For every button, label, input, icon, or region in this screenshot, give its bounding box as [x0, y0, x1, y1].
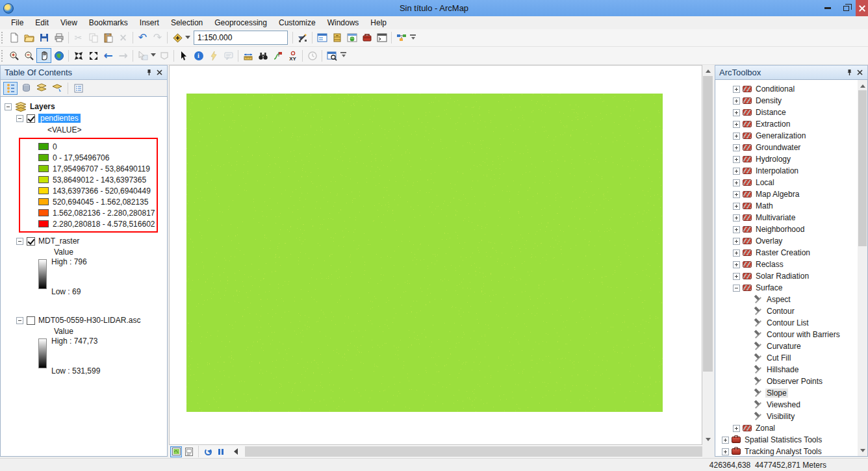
delete-button[interactable]: × [116, 31, 131, 45]
expander-icon[interactable] [733, 133, 740, 140]
layer-row-lidar[interactable]: MDT05-0559-H30-LIDAR.asc [1, 314, 167, 326]
scale-input[interactable] [194, 33, 298, 42]
search-button[interactable] [344, 31, 359, 45]
zoom-in-tool[interactable] [6, 48, 21, 63]
toc-pin-button[interactable] [144, 68, 154, 78]
fixed-zoom-in-button[interactable] [71, 48, 86, 63]
legend-color-swatch[interactable] [38, 198, 49, 205]
toolbox-tree-row[interactable]: Cut Fill [715, 352, 867, 364]
expander-icon[interactable] [733, 261, 740, 268]
toolbox-node-label[interactable]: Density [754, 96, 783, 105]
toolbox-node-label[interactable]: Math [754, 201, 774, 210]
layer-visibility-checkbox[interactable] [27, 237, 35, 246]
toolbox-node-label[interactable]: Observer Points [765, 377, 824, 386]
toolbox-tree-row[interactable]: Groundwater [715, 142, 867, 153]
pan-tool[interactable] [36, 48, 51, 63]
toolbox-node-label[interactable]: Interpolation [754, 166, 800, 175]
list-by-drawing-order-button[interactable] [3, 82, 18, 95]
toolbox-node-label[interactable]: Conditional [754, 84, 796, 94]
legend-color-swatch[interactable] [38, 154, 49, 161]
expander-icon[interactable] [733, 156, 740, 163]
expander-icon[interactable] [722, 437, 729, 444]
python-window-button[interactable] [374, 31, 389, 45]
layer-visibility-checkbox[interactable] [27, 316, 35, 325]
toolbox-node-label[interactable]: Raster Creation [754, 248, 811, 257]
toolbox-node-label[interactable]: Local [754, 178, 776, 187]
toolbox-tree-row[interactable]: Raster Creation [715, 247, 867, 259]
toolbox-node-label[interactable]: Contour [765, 307, 796, 316]
menu-item[interactable]: Edit [29, 17, 55, 29]
toolbox-node-label[interactable]: Overlay [754, 236, 784, 246]
menu-item[interactable]: Insert [134, 17, 165, 29]
toolbar-overflow-button[interactable] [339, 48, 348, 63]
find-route-button[interactable] [270, 48, 285, 63]
expander-icon[interactable] [733, 109, 740, 116]
toolbar-grip[interactable] [1, 32, 5, 44]
toolbox-node-label[interactable]: Surface [754, 283, 784, 292]
previous-tab-button[interactable] [228, 446, 240, 457]
toolbox-tree-row[interactable]: Slope [715, 387, 867, 399]
modelbuilder-button[interactable] [394, 31, 409, 45]
full-extent-button[interactable] [51, 48, 66, 63]
slope-raster-layer[interactable] [186, 94, 663, 412]
expander-icon[interactable] [733, 144, 740, 151]
open-button[interactable] [21, 31, 36, 45]
expander-icon[interactable] [733, 238, 740, 245]
arctoolbox-pin-button[interactable] [844, 68, 854, 78]
paste-button[interactable] [101, 31, 116, 45]
menu-item[interactable]: View [55, 17, 83, 29]
toolbox-tree-row[interactable]: Extraction [715, 118, 867, 130]
expander-icon[interactable] [733, 121, 740, 128]
toolbox-node-label[interactable]: Contour List [765, 318, 810, 327]
toolbox-tree-row[interactable]: Hydrology [715, 153, 867, 165]
legend-row[interactable]: 520,694045 - 1.562,082135 [38, 196, 157, 207]
toolbox-tree-row[interactable]: Multivariate [715, 212, 867, 223]
layer-label-mdt[interactable]: MDT_raster [38, 236, 79, 246]
toolbox-tree-row[interactable]: Reclass [715, 259, 867, 270]
table-of-contents-button[interactable] [314, 31, 329, 45]
toolbox-node-label[interactable]: Zonal [754, 424, 776, 433]
menu-item[interactable]: Geoprocessing [209, 17, 273, 29]
legend-color-swatch[interactable] [38, 143, 49, 150]
toc-options-button[interactable] [71, 82, 86, 95]
toolbox-tree-row[interactable]: Distance [715, 107, 867, 118]
toolbox-tree-row[interactable]: Map Algebra [715, 188, 867, 200]
legend-color-swatch[interactable] [38, 220, 49, 227]
toolbox-node-label[interactable]: Cut Fill [765, 353, 792, 363]
expander-icon[interactable] [733, 179, 740, 186]
arctoolbox-scrollbar[interactable] [858, 80, 867, 456]
undo-button[interactable]: ↶ [135, 31, 150, 45]
toolbox-tree-row[interactable]: Curvature [715, 340, 867, 352]
map-horizontal-scrollbar[interactable] [245, 446, 702, 457]
legend-row[interactable]: 0 - 17,95496706 [38, 152, 157, 163]
go-to-xy-button[interactable]: XY [285, 48, 300, 63]
viewer-window-button[interactable] [324, 48, 339, 63]
arctoolbox-button[interactable] [359, 31, 374, 45]
toolbox-tree-row[interactable]: Math [715, 200, 867, 212]
print-button[interactable] [51, 31, 66, 45]
fixed-zoom-out-button[interactable] [86, 48, 101, 63]
legend-color-swatch[interactable] [38, 165, 49, 172]
legend-color-swatch[interactable] [38, 209, 49, 216]
menu-item[interactable]: Help [364, 17, 392, 29]
identify-tool[interactable]: i [191, 48, 206, 63]
scrollbar-thumb[interactable] [858, 90, 867, 246]
layer-row-pendientes[interactable]: pendientes [1, 112, 167, 124]
toolbox-tree-row[interactable]: Local [715, 177, 867, 188]
html-popup-tool[interactable] [221, 48, 236, 63]
layer-field-row[interactable]: <VALUE> [1, 124, 167, 136]
copy-button[interactable] [86, 31, 101, 45]
menu-item[interactable]: Customize [273, 17, 322, 29]
time-slider-button[interactable] [305, 48, 320, 63]
data-view-button[interactable] [170, 446, 182, 457]
map-data-view[interactable] [169, 65, 702, 445]
toolbox-tree-row[interactable]: Hillshade [715, 364, 867, 376]
expander-icon[interactable] [733, 226, 740, 233]
cut-button[interactable]: ✂ [71, 31, 86, 45]
refresh-view-button[interactable] [202, 446, 214, 457]
toolbox-tree-row[interactable]: Contour with Barriers [715, 329, 867, 340]
scroll-down-button[interactable] [702, 434, 713, 445]
legend-row[interactable]: 17,95496707 - 53,86490119 [38, 163, 157, 174]
toolbox-node-label[interactable]: Contour with Barriers [765, 330, 841, 339]
select-elements-tool[interactable] [176, 48, 191, 63]
